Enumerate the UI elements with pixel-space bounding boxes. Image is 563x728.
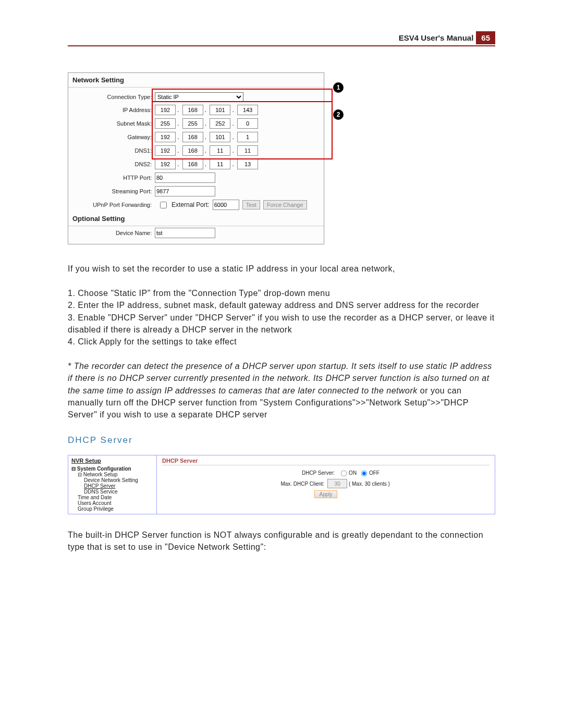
gateway-label: Gateway: [74,134,155,140]
ip-address-octet-4[interactable] [237,105,258,115]
page-number: 65 [476,31,495,44]
external-port-label: External Port: [172,201,210,208]
gateway-octet-2[interactable] [182,132,203,142]
callout-1: 1 [333,82,344,93]
dhcp-main: DHCP Server DHCP Server: ON OFF Max. DHC… [157,455,495,514]
subnet-octet-3[interactable] [210,118,230,129]
dhcp-off-label: OFF [369,470,380,476]
streaming-port-label: Streaming Port: [74,188,155,194]
dns1-octet-2[interactable] [182,145,203,156]
device-name-label: Device Name: [74,230,155,236]
max-client-label: Max. DHCP Client: [262,481,327,487]
ip-address-octet-3[interactable] [210,105,230,115]
ip-address-octet-2[interactable] [182,105,203,115]
tree-ddns-service[interactable]: DDNS Service [84,489,153,495]
network-setting-title: Network Setting [68,73,324,88]
steps-list: 1. Choose "Static IP" from the "Connecti… [68,287,495,348]
apply-button[interactable]: Apply [314,490,337,498]
tree-device-network-setting[interactable]: Device Network Setting [84,477,153,483]
device-name-input[interactable] [155,228,215,238]
subnet-mask-label: Subnet Mask: [74,120,155,127]
ip-address-label: IP Address: [74,107,155,113]
external-port-input[interactable] [213,200,239,210]
optional-setting-title: Optional Setting [68,212,324,226]
subnet-octet-1[interactable] [155,118,176,129]
http-port-label: HTTP Port: [74,175,155,181]
ip-address-row: IP Address: . . . [68,103,324,117]
note-text: * The recorder can detect the presence o… [68,360,495,421]
dns1-octet-1[interactable] [155,145,176,156]
tree-dhcp-server[interactable]: DHCP Server [84,483,153,489]
max-client-hint: ( Max. 30 clients ) [349,481,390,487]
section-heading-dhcp: DHCP Server [68,435,495,446]
dns2-octet-1[interactable] [155,159,176,169]
tree-users-account[interactable]: Users Account [78,500,153,506]
step-3: 3. Enable "DHCP Server" under "DHCP Serv… [68,312,495,336]
step-1: 1. Choose "Static IP" from the "Connecti… [68,287,495,299]
step-4: 4. Click Apply for the settings to take … [68,336,495,348]
intro-paragraph: If you wish to set the recorder to use a… [68,263,495,275]
ip-address-octet-1[interactable] [155,105,176,115]
gateway-octet-4[interactable] [237,132,258,142]
dns2-octet-3[interactable] [210,159,230,169]
tree-collapse-icon[interactable]: ⊟ [71,466,76,472]
streaming-port-input[interactable] [155,186,215,196]
doc-title: ESV4 User's Manual [399,33,474,42]
http-port-input[interactable] [155,172,215,183]
dhcp-server-label: DHCP Server: [272,470,338,476]
gateway-octet-1[interactable] [155,132,176,142]
gateway-octet-3[interactable] [210,132,230,142]
tree-system-config[interactable]: ⊟ System Configuration [71,466,153,472]
nvr-setup-link[interactable]: NVR Setup [71,458,101,464]
tree-group-privilege[interactable]: Group Privilege [78,506,153,512]
dns2-octet-4[interactable] [237,159,258,169]
nav-sidebar: NVR Setup ⊟ System Configuration ⊟ Netwo… [68,455,157,514]
dns2-octet-2[interactable] [182,159,203,169]
dns1-octet-4[interactable] [237,145,258,156]
subnet-octet-4[interactable] [237,118,258,129]
closing-paragraph: The built-in DHCP Server function is NOT… [68,529,495,553]
network-setting-panel: Network Setting 1 2 Connection Type: Sta… [68,72,324,244]
step-2: 2. Enter the IP address, subnet mask, de… [68,299,495,311]
doc-header: ESV4 User's Manual 65 [68,31,495,46]
connection-type-row: Connection Type: Static IP [68,91,324,103]
dhcp-off-radio[interactable] [361,471,368,477]
dhcp-on-radio[interactable] [341,471,347,477]
callout-2: 2 [333,109,344,120]
connection-type-select[interactable]: Static IP [155,92,243,102]
connection-type-label: Connection Type: [74,94,155,100]
upnp-label: UPnP Port Forwarding: [74,202,155,208]
upnp-checkbox[interactable] [160,202,167,208]
dns1-octet-3[interactable] [210,145,230,156]
dns1-label: DNS1: [74,147,155,154]
max-client-input[interactable] [327,479,347,488]
dhcp-server-panel: NVR Setup ⊟ System Configuration ⊟ Netwo… [68,455,495,514]
tree-collapse-icon[interactable]: ⊟ [78,472,82,477]
dhcp-on-label: ON [349,470,357,476]
dhcp-main-title: DHCP Server [162,458,489,465]
tree-network-setup[interactable]: ⊟ Network Setup [78,472,153,477]
subnet-octet-2[interactable] [182,118,203,129]
dns2-label: DNS2: [74,161,155,167]
tree-time-and-date[interactable]: Time and Date [78,495,153,500]
test-button[interactable]: Test [242,200,260,209]
force-change-button[interactable]: Force Change [263,200,307,209]
